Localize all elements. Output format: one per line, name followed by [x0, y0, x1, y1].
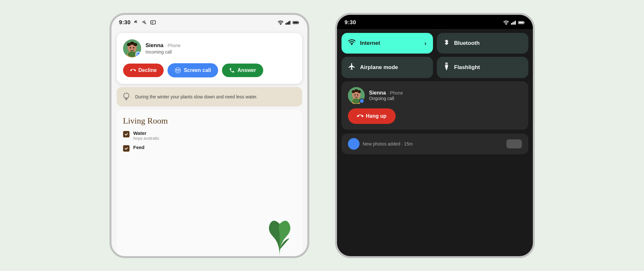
avatar-dark [348, 87, 365, 104]
left-status-icons [134, 20, 156, 25]
airplane-tile-icon [348, 63, 356, 72]
phone-badge [135, 52, 141, 57]
svg-point-20 [175, 68, 181, 73]
screen-call-button[interactable]: Screen call [168, 63, 218, 77]
status-bar-left: 9:30 [111, 15, 307, 29]
ongoing-call-status: Ongoing call [369, 96, 403, 101]
battery-icon [518, 21, 525, 25]
decline-button[interactable]: Decline [123, 64, 164, 77]
hangup-button[interactable]: Hang up [348, 108, 396, 124]
svg-rect-33 [446, 69, 447, 70]
svg-rect-25 [511, 23, 512, 25]
ongoing-caller-app: Phone [390, 90, 403, 95]
svg-point-21 [176, 69, 178, 70]
signal-icon [285, 20, 291, 25]
battery-icon [293, 21, 300, 25]
ongoing-call-header: Sienna · Phone Ongoing call [348, 87, 522, 104]
qs-tile-internet[interactable]: Internet › [341, 33, 433, 54]
notif-icon-circle [348, 138, 360, 150]
caller-info: Sienna · Phone Incoming call [146, 42, 181, 55]
ongoing-caller-name: Sienna [369, 90, 386, 95]
nfc-icon [134, 20, 139, 25]
time-right: 9:30 [345, 19, 356, 26]
wifi-icon [503, 20, 509, 25]
caller-separator: · [165, 43, 166, 48]
wifi-tile-icon [348, 39, 356, 47]
ongoing-call-card: Sienna · Phone Ongoing call Hang up [341, 81, 528, 130]
answer-label: Answer [237, 67, 256, 73]
svg-point-0 [136, 22, 137, 23]
hangup-label: Hang up [366, 113, 387, 119]
status-bar-right: 9:30 [337, 15, 533, 29]
svg-point-40 [358, 90, 361, 93]
lightbulb-icon [122, 92, 131, 101]
plant-tip-text: During the winter your plants slow down … [135, 94, 258, 100]
wifi-icon [278, 20, 284, 25]
caller-name-row: Sienna · Phone [146, 42, 181, 49]
call-header: Sienna · Phone Incoming call [123, 39, 296, 57]
svg-rect-5 [285, 23, 286, 25]
ongoing-caller-info: Sienna · Phone Ongoing call [369, 90, 403, 101]
svg-rect-34 [446, 64, 447, 65]
time-left: 9:30 [119, 19, 131, 26]
answer-icon [229, 67, 235, 73]
ongoing-name-row: Sienna · Phone [369, 90, 403, 96]
caller-name: Sienna [146, 42, 164, 48]
svg-rect-8 [289, 21, 290, 25]
svg-point-24 [505, 24, 506, 25]
left-phone-content: Sienna · Phone Incoming call Decline [111, 29, 307, 256]
svg-rect-7 [288, 22, 289, 25]
qs-tile-bluetooth[interactable]: Bluetooth [437, 33, 528, 54]
airplane-tile-label: Airplane mode [360, 64, 398, 71]
internet-tile-label: Internet [360, 40, 380, 46]
living-room-title: Living Room [123, 116, 296, 126]
plant-info-water: Water hoya australis [133, 130, 159, 141]
svg-point-31 [351, 44, 352, 45]
bottom-notification: New photos added · 15m [341, 134, 528, 154]
screen-call-label: Screen call [184, 67, 211, 73]
svg-rect-1 [150, 21, 155, 24]
flashlight-tile-label: Flashlight [454, 64, 480, 71]
svg-rect-27 [514, 22, 514, 25]
plant-decoration [264, 217, 296, 256]
decline-label: Decline [139, 67, 157, 73]
signal-icon [511, 20, 516, 25]
living-room-card: Living Room Water hoya australis Feed [117, 110, 302, 256]
screen-call-icon [175, 67, 181, 74]
qs-row-2: Airplane mode Flashlight [341, 57, 528, 78]
qs-tile-flashlight[interactable]: Flashlight [437, 57, 528, 78]
bluetooth-tile-label: Bluetooth [454, 40, 480, 46]
svg-point-18 [133, 47, 134, 48]
svg-point-41 [354, 94, 356, 95]
svg-rect-10 [293, 22, 298, 24]
phone-badge-dark [359, 98, 364, 104]
list-item: Feed [123, 145, 296, 152]
call-status: Incoming call [146, 49, 181, 55]
svg-rect-2 [151, 22, 153, 22]
bottom-notif-text: New photos added · 15m [363, 141, 413, 146]
svg-rect-30 [519, 22, 523, 24]
plant-name-water: Water [133, 130, 159, 136]
bluetooth-tile-icon [443, 39, 450, 48]
plant-info-feed: Feed [133, 145, 145, 150]
svg-point-16 [133, 43, 137, 46]
call-actions: Decline Screen call Answer [123, 63, 296, 77]
answer-button[interactable]: Answer [222, 64, 263, 77]
svg-point-17 [130, 47, 131, 48]
caller-app: Phone [168, 43, 180, 48]
avatar [123, 39, 141, 57]
quick-settings-panel: Internet › Bluetooth Airpl [337, 29, 533, 256]
right-status-icons-right [503, 20, 525, 25]
right-phone: 9:30 [335, 13, 535, 258]
svg-rect-26 [512, 22, 513, 25]
bottom-notif-content: New photos added · 15m [348, 138, 413, 150]
checkbox-feed [123, 145, 130, 152]
svg-rect-28 [515, 21, 516, 25]
qs-tile-airplane[interactable]: Airplane mode [341, 57, 433, 78]
svg-point-4 [280, 24, 281, 25]
left-phone: 9:30 [110, 13, 309, 258]
wifi-calling-icon [142, 20, 148, 25]
qs-row-1: Internet › Bluetooth [341, 33, 528, 54]
svg-point-22 [178, 69, 180, 70]
hangup-icon [357, 113, 363, 119]
